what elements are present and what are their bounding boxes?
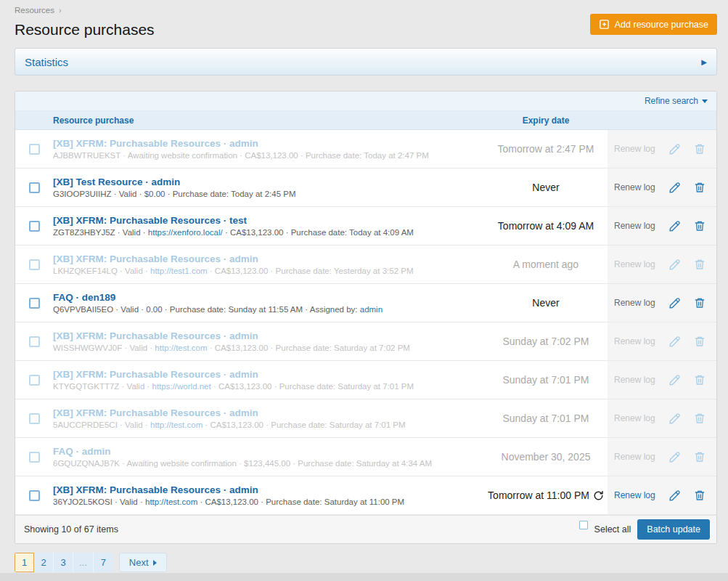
renew-log-link[interactable]: Renew log [614, 375, 655, 385]
pencil-icon[interactable] [668, 413, 681, 425]
trash-icon[interactable] [694, 451, 705, 463]
pencil-icon[interactable] [668, 451, 681, 463]
row-checkbox[interactable] [29, 413, 40, 424]
row-checkbox[interactable] [29, 144, 40, 155]
row-checkbox[interactable] [29, 375, 40, 386]
page-button[interactable]: 2 [34, 553, 54, 572]
detail-link[interactable]: admin [360, 305, 383, 314]
resource-purchase-cell: FAQ · admin6GQUZQNAJB7K · Awaiting websi… [53, 438, 484, 476]
renew-log-link[interactable]: Renew log [614, 413, 655, 423]
table-row: [XB] XFRM: Purchasable Resources · testZ… [15, 207, 716, 245]
renew-log-link[interactable]: Renew log [614, 144, 655, 154]
resource-purchase-title[interactable]: [XB] XFRM: Purchasable Resources · admin [53, 253, 484, 264]
detail-link[interactable]: http://test.com [150, 420, 203, 429]
row-checkbox[interactable] [29, 182, 40, 193]
row-actions-cell: Renew log [608, 399, 716, 437]
select-all-checkbox[interactable] [579, 521, 588, 529]
detail-link[interactable]: http://test1.com [150, 267, 208, 275]
table-row: [XB] XFRM: Purchasable Resources · admin… [15, 245, 716, 284]
resource-purchase-title[interactable]: [XB] XFRM: Purchasable Resources · admin [53, 138, 484, 149]
pencil-icon[interactable] [668, 297, 681, 309]
detail-link[interactable]: https://xenforo.local/ [148, 228, 223, 237]
detail-link[interactable]: http://test.com [155, 344, 207, 352]
expiry-date: Sunday at 7:01 PM [502, 413, 589, 424]
expiry-date: Sunday at 7:02 PM [502, 336, 589, 347]
row-checkbox[interactable] [29, 298, 40, 309]
trash-icon[interactable] [694, 182, 705, 193]
page-button[interactable]: 7 [94, 553, 113, 572]
resource-purchase-details: WISSHWGWVJ0F · Valid · http://test.com ·… [53, 344, 484, 352]
detail-link[interactable]: https://world.net [152, 382, 211, 391]
refine-search-link[interactable]: Refine search [645, 96, 708, 106]
pencil-icon[interactable] [668, 182, 681, 194]
pencil-icon[interactable] [668, 336, 681, 348]
expiry-date-cell: Tomorrow at 2:47 PM [484, 130, 608, 168]
resource-purchase-title[interactable]: [XB] XFRM: Purchasable Resources · admin [53, 484, 484, 495]
renew-log-link[interactable]: Renew log [614, 259, 655, 269]
row-checkbox-cell [15, 284, 53, 322]
row-checkbox[interactable] [29, 452, 40, 463]
expiry-date: Tomorrow at 2:47 PM [497, 143, 594, 155]
resource-purchase-cell: FAQ · den189Q6VPVBAII5EO · Valid · 0.00 … [53, 284, 484, 322]
resource-purchase-title[interactable]: [XB] XFRM: Purchasable Resources · admin [53, 330, 484, 341]
expiry-date: Sunday at 7:01 PM [502, 374, 589, 386]
row-checkbox[interactable] [29, 221, 40, 232]
trash-icon[interactable] [694, 143, 705, 155]
trash-icon[interactable] [694, 259, 705, 270]
bottom-strip [0, 573, 728, 581]
row-checkbox[interactable] [29, 336, 40, 347]
row-checkbox-cell [15, 245, 53, 283]
row-actions-cell: Renew log [608, 284, 716, 322]
detail-link[interactable]: http://test.com [145, 497, 197, 506]
row-checkbox-cell [15, 322, 53, 360]
expiry-date: Never [532, 182, 559, 193]
trash-icon[interactable] [694, 220, 705, 232]
trash-icon[interactable] [694, 336, 705, 347]
resource-purchase-title[interactable]: [XB] Test Resource · admin [53, 176, 484, 187]
resource-purchase-title[interactable]: FAQ · admin [53, 446, 484, 457]
triangle-right-icon[interactable]: ▶ [701, 58, 707, 66]
row-checkbox-cell [15, 130, 53, 168]
pencil-icon[interactable] [668, 489, 681, 502]
table-row: [XB] Test Resource · adminG3IOOP3UIIHZ ·… [15, 168, 716, 207]
pencil-icon[interactable] [668, 259, 681, 271]
renew-log-link[interactable]: Renew log [614, 182, 655, 192]
statistics-panel[interactable]: Statistics ▶ [15, 48, 717, 76]
row-actions-cell: Renew log [608, 245, 716, 283]
refresh-icon [593, 490, 604, 501]
trash-icon[interactable] [694, 489, 705, 501]
page-button-current[interactable]: 1 [15, 553, 34, 572]
row-checkbox[interactable] [29, 259, 40, 270]
trash-icon[interactable] [694, 297, 705, 309]
pencil-icon[interactable] [668, 220, 681, 232]
resource-purchase-title[interactable]: FAQ · den189 [53, 292, 484, 303]
trash-icon[interactable] [694, 413, 705, 424]
row-actions-cell: Renew log [608, 130, 716, 168]
row-actions-cell: Renew log [608, 361, 716, 399]
resource-purchase-details: ZGT8Z3HBYJ5Z · Valid · https://xenforo.l… [53, 228, 484, 237]
add-resource-purchase-button[interactable]: Add resource purchase [590, 14, 717, 35]
renew-log-link[interactable]: Renew log [614, 490, 655, 500]
trash-icon[interactable] [694, 374, 705, 386]
row-checkbox-cell [15, 207, 53, 245]
resource-purchase-title[interactable]: [XB] XFRM: Purchasable Resources · admin [53, 407, 484, 418]
resource-purchase-details: AJBBWTRUEKST · Awaiting website confirma… [53, 151, 484, 160]
resource-purchase-title[interactable]: [XB] XFRM: Purchasable Resources · test [53, 215, 484, 226]
resource-purchase-title[interactable]: [XB] XFRM: Purchasable Resources · admin [53, 369, 484, 380]
pencil-icon[interactable] [668, 374, 681, 386]
pencil-icon[interactable] [668, 143, 681, 155]
row-checkbox[interactable] [29, 490, 40, 501]
resource-purchase-cell: [XB] XFRM: Purchasable Resources · admin… [53, 361, 484, 399]
renew-log-link[interactable]: Renew log [614, 452, 655, 462]
breadcrumb-link-resources[interactable]: Resources [15, 6, 54, 15]
expiry-date-cell: Never [484, 168, 608, 206]
renew-log-link[interactable]: Renew log [614, 298, 655, 308]
renew-log-link[interactable]: Renew log [614, 336, 655, 346]
page-button[interactable]: 3 [54, 553, 73, 572]
table-row: [XB] XFRM: Purchasable Resources · admin… [15, 130, 716, 168]
resource-purchases-table: Refine search Resource purchase Expiry d… [15, 91, 717, 544]
expiry-date-cell: A moment ago [484, 245, 608, 283]
next-page-button[interactable]: Next [119, 553, 167, 572]
renew-log-link[interactable]: Renew log [614, 221, 655, 231]
batch-update-button[interactable]: Batch update [637, 519, 710, 540]
